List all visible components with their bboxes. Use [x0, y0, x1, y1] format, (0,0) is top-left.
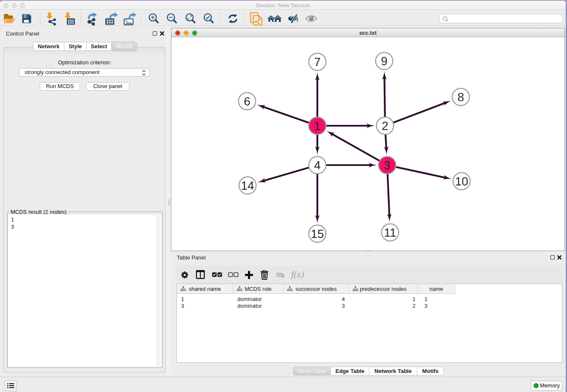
svg-text:6: 6: [244, 95, 250, 108]
svg-text:11: 11: [384, 226, 396, 239]
svg-text:10: 10: [455, 175, 468, 188]
svg-text:9: 9: [381, 55, 388, 68]
svg-text:3: 3: [384, 159, 391, 172]
svg-text:1: 1: [314, 119, 321, 133]
svg-text:14: 14: [241, 179, 254, 192]
svg-text:7: 7: [314, 55, 321, 69]
svg-text:8: 8: [457, 91, 464, 104]
svg-text:2: 2: [382, 119, 388, 133]
svg-text:4: 4: [314, 159, 321, 172]
svg-text:15: 15: [311, 227, 324, 240]
